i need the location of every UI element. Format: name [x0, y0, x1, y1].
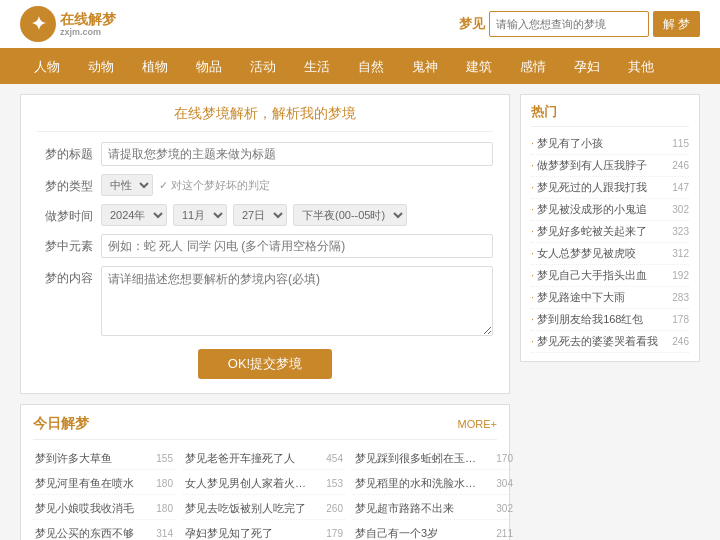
- hot-item: 梦见自己大手指头出血 192: [531, 265, 689, 287]
- dream-item: 梦见河里有鱼在喷水 180: [33, 473, 175, 495]
- dream-item-link[interactable]: 梦见小娘哎我收消毛: [35, 501, 134, 516]
- dream-item: 女人梦见男创人家着火只冒浓烟 153: [183, 473, 345, 495]
- today-header: 今日解梦 MORE+: [33, 415, 497, 440]
- dream-item-count: 155: [145, 453, 173, 464]
- label-field-control: [101, 142, 493, 166]
- dream-item: 梦到许多大草鱼 155: [33, 448, 175, 470]
- hot-item-count: 147: [661, 182, 689, 193]
- dream-item-link[interactable]: 梦见河里有鱼在喷水: [35, 476, 134, 491]
- label-field-label: 梦的标题: [37, 142, 101, 163]
- hot-item-link[interactable]: 梦见被没成形的小鬼追: [531, 202, 647, 217]
- submit-button[interactable]: OK!提交梦境: [198, 349, 332, 379]
- dream-item-link[interactable]: 梦自己有一个3岁: [355, 526, 438, 540]
- hot-item-link[interactable]: 梦见死过的人跟我打我: [531, 180, 647, 195]
- dream-item-link[interactable]: 孕妇梦见知了死了: [185, 526, 273, 540]
- dream-item-count: 153: [315, 478, 343, 489]
- hot-title: 热门: [531, 103, 689, 127]
- logo-sub: zxjm.com: [60, 27, 116, 37]
- dream-form: 在线梦境解析，解析我的梦境 梦的标题 梦的类型 中性 吉 凶: [20, 94, 510, 394]
- hot-item: 梦到朋友给我168红包 178: [531, 309, 689, 331]
- dream-label-input[interactable]: [101, 142, 493, 166]
- nav: 人物动物植物物品活动生活自然鬼神建筑感情孕妇其他: [0, 50, 720, 84]
- nav-item[interactable]: 生活: [290, 50, 344, 84]
- hot-item-link[interactable]: 梦见自己大手指头出血: [531, 268, 647, 283]
- type-select[interactable]: 中性 吉 凶: [101, 174, 153, 196]
- search-button[interactable]: 解 梦: [653, 11, 700, 37]
- nav-item[interactable]: 其他: [614, 50, 668, 84]
- hot-item: 做梦梦到有人压我脖子 246: [531, 155, 689, 177]
- hot-section: 热门 梦见有了小孩 115 做梦梦到有人压我脖子 246 梦见死过的人跟我打我 …: [520, 94, 700, 362]
- day-select[interactable]: 27日: [233, 204, 287, 226]
- type-hint: ✓ 对这个梦好坏的判定: [159, 178, 270, 193]
- logo-text: 在线解梦: [60, 11, 116, 28]
- logo-icon: ✦: [20, 6, 56, 42]
- dream-item-link[interactable]: 女人梦见男创人家着火只冒浓烟: [185, 476, 315, 491]
- dream-content-input[interactable]: [101, 266, 493, 336]
- hot-item-count: 178: [661, 314, 689, 325]
- hot-item: 梦见路途中下大雨 283: [531, 287, 689, 309]
- hot-item-link[interactable]: 梦到朋友给我168红包: [531, 312, 643, 327]
- dream-item: 梦见小娘哎我收消毛 180: [33, 498, 175, 520]
- dream-item: 梦见去吃饭被别人吃完了 260: [183, 498, 345, 520]
- today-title: 今日解梦: [33, 415, 89, 433]
- dream-item-link[interactable]: 梦见公买的东西不够: [35, 526, 134, 540]
- nav-item[interactable]: 自然: [344, 50, 398, 84]
- dream-grid: 梦到许多大草鱼 155 梦见老爸开车撞死了人 454 梦见踩到很多蚯蚓在玉米地里…: [33, 448, 497, 540]
- dream-element-input[interactable]: [101, 234, 493, 258]
- dream-item-link[interactable]: 梦见踩到很多蚯蚓在玉米地里: [355, 451, 485, 466]
- left-column: 在线梦境解析，解析我的梦境 梦的标题 梦的类型 中性 吉 凶: [20, 94, 510, 540]
- search-input[interactable]: [489, 11, 649, 37]
- today-more[interactable]: MORE+: [458, 418, 497, 430]
- dream-item-link[interactable]: 梦见去吃饭被别人吃完了: [185, 501, 306, 516]
- dream-item-count: 179: [315, 528, 343, 539]
- form-title: 在线梦境解析，解析我的梦境: [37, 105, 493, 132]
- type-field-control: 中性 吉 凶 ✓ 对这个梦好坏的判定: [101, 174, 493, 196]
- nav-item[interactable]: 动物: [74, 50, 128, 84]
- year-select[interactable]: 2024年: [101, 204, 167, 226]
- dream-item: 梦自己有一个3岁 211: [353, 523, 515, 540]
- hot-item-link[interactable]: 梦见有了小孩: [531, 136, 603, 151]
- element-field-label: 梦中元素: [37, 234, 101, 255]
- period-select[interactable]: 下半夜(00--05时) 上午 下午: [293, 204, 407, 226]
- hot-item: 梦见被没成形的小鬼追 302: [531, 199, 689, 221]
- dream-item-link[interactable]: 梦见老爸开车撞死了人: [185, 451, 295, 466]
- dream-item-count: 260: [315, 503, 343, 514]
- dream-item-count: 314: [145, 528, 173, 539]
- type-field-label: 梦的类型: [37, 174, 101, 195]
- hot-item: 梦见死去的婆婆哭着看我 246: [531, 331, 689, 353]
- content-field-label: 梦的内容: [37, 266, 101, 287]
- nav-item[interactable]: 人物: [20, 50, 74, 84]
- month-select[interactable]: 11月: [173, 204, 227, 226]
- hot-item-count: 246: [661, 336, 689, 347]
- form-row-time: 做梦时间 2024年 11月 27日 下半夜(00--05时): [37, 204, 493, 226]
- hot-item: 梦见死过的人跟我打我 147: [531, 177, 689, 199]
- dream-item: 孕妇梦见知了死了 179: [183, 523, 345, 540]
- dream-item-link[interactable]: 梦到许多大草鱼: [35, 451, 112, 466]
- form-row-label: 梦的标题: [37, 142, 493, 166]
- dream-item: 梦见踩到很多蚯蚓在玉米地里 170: [353, 448, 515, 470]
- nav-item[interactable]: 建筑: [452, 50, 506, 84]
- search-label: 梦见: [459, 15, 485, 33]
- form-row-type: 梦的类型 中性 吉 凶 ✓ 对这个梦好坏的判定: [37, 174, 493, 196]
- dream-item-link[interactable]: 梦见超市路路不出来: [355, 501, 454, 516]
- header: ✦ 在线解梦 zxjm.com 梦见 解 梦: [0, 0, 720, 50]
- hot-item-link[interactable]: 女人总梦梦见被虎咬: [531, 246, 636, 261]
- nav-item[interactable]: 感情: [506, 50, 560, 84]
- nav-item[interactable]: 活动: [236, 50, 290, 84]
- dream-item-count: 304: [485, 478, 513, 489]
- hot-item-count: 283: [661, 292, 689, 303]
- nav-item[interactable]: 鬼神: [398, 50, 452, 84]
- hot-item-link[interactable]: 梦见路途中下大雨: [531, 290, 625, 305]
- hot-item-link[interactable]: 梦见好多蛇被关起来了: [531, 224, 647, 239]
- dream-item-count: 180: [145, 503, 173, 514]
- hot-item-count: 302: [661, 204, 689, 215]
- hot-item-link[interactable]: 做梦梦到有人压我脖子: [531, 158, 647, 173]
- nav-item[interactable]: 植物: [128, 50, 182, 84]
- dream-item-count: 454: [315, 453, 343, 464]
- dream-item: 梦见超市路路不出来 302: [353, 498, 515, 520]
- hot-item-link[interactable]: 梦见死去的婆婆哭着看我: [531, 334, 658, 349]
- hot-item-count: 192: [661, 270, 689, 281]
- dream-item-link[interactable]: 梦见稻里的水和洗脸水又冒有红: [355, 476, 485, 491]
- nav-item[interactable]: 孕妇: [560, 50, 614, 84]
- nav-item[interactable]: 物品: [182, 50, 236, 84]
